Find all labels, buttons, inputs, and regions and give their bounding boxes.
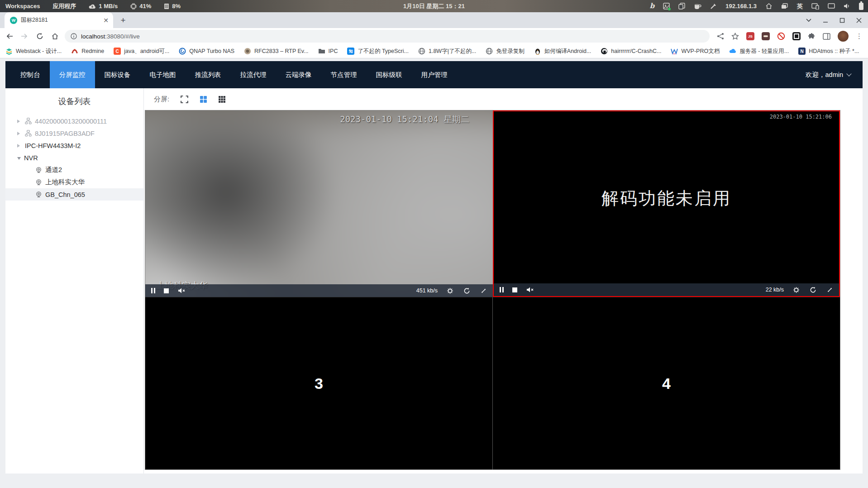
extension-mask-icon[interactable]	[762, 32, 770, 40]
bookmark-qnap[interactable]: QNAP Turbo NAS	[179, 48, 234, 55]
home-tray-icon[interactable]	[765, 3, 773, 10]
browser-menu-icon[interactable]: ⋮	[856, 32, 863, 40]
fullscreen-expand-icon[interactable]	[480, 287, 487, 294]
bookmarks-bar: Webstack - 设计... Redmine Cjava、android可.…	[0, 44, 868, 58]
bookmark-tux[interactable]: 如何编译Android...	[534, 48, 591, 55]
refresh-icon[interactable]	[463, 287, 470, 294]
bookmark-label: hairrrrrr/C-CrashC...	[611, 48, 661, 54]
bookmark-globe-2[interactable]: 免登录复制	[486, 48, 525, 55]
cell-number: 3	[145, 297, 492, 469]
side-panel-icon[interactable]	[823, 33, 830, 40]
nav-tab-map[interactable]: 电子地图	[140, 61, 186, 88]
nav-tab-push-list[interactable]: 推流列表	[186, 61, 231, 88]
nav-tab-console[interactable]: 控制台	[11, 61, 50, 88]
tree-channel-2[interactable]: 上地科实大华	[5, 176, 143, 188]
phonelink-icon[interactable]	[811, 3, 819, 10]
nav-tab-split-monitor[interactable]: 分屏监控	[50, 61, 95, 88]
video-cell-2-selected[interactable]: 2023-01-10 15:21:06 解码功能未启用 22 kb/s	[493, 110, 840, 297]
nav-tab-cloud-record[interactable]: 云端录像	[276, 61, 321, 88]
caret-expanded-icon[interactable]	[17, 157, 21, 160]
tab-close-icon[interactable]: ✕	[103, 17, 109, 24]
share-icon[interactable]	[717, 33, 724, 40]
bookmark-csdn[interactable]: Cjava、android可...	[114, 48, 169, 55]
extension-qr-icon[interactable]	[792, 32, 801, 40]
globe-icon	[418, 48, 425, 55]
new-tab-button[interactable]: +	[118, 15, 129, 26]
url-omnibox[interactable]: localhost:38080/#/live	[65, 30, 710, 43]
profile-avatar[interactable]	[838, 31, 849, 42]
tree-node-device-1[interactable]: 44020000013200000111	[5, 115, 143, 127]
bing-tray-icon[interactable]: b	[650, 3, 655, 10]
settings-gear-icon[interactable]	[793, 287, 800, 293]
nav-tab-gb-cascade[interactable]: 国标级联	[367, 61, 412, 88]
caret-collapsed-icon[interactable]	[17, 132, 22, 135]
extension-blocker-icon[interactable]	[777, 32, 785, 40]
window-close-button[interactable]	[856, 18, 862, 23]
video-cell-1[interactable]: 2023-01-10 15:21:04 星期二 上地科实大华 451 kb/s	[145, 110, 493, 297]
video-cell-4[interactable]: 4	[493, 297, 840, 469]
clock[interactable]: 1月10日 星期二 15：21	[403, 2, 465, 10]
tree-node-nvr[interactable]: NVR	[5, 152, 143, 164]
refresh-icon[interactable]	[810, 287, 816, 293]
clipboard-tray-icon[interactable]	[678, 3, 685, 10]
user-menu[interactable]: 欢迎，admin	[806, 71, 863, 79]
nav-tab-pull-proxy[interactable]: 拉流代理	[231, 61, 276, 88]
nav-tab-gb-devices[interactable]: 国标设备	[95, 61, 140, 88]
applications-button[interactable]: 应用程序	[52, 2, 76, 10]
bookmark-redmine[interactable]: Redmine	[71, 48, 104, 55]
extensions-puzzle-icon[interactable]	[808, 33, 816, 40]
grid-2x2-button[interactable]	[200, 96, 207, 103]
tree-channel-3-selected[interactable]: GB_Chn_065	[5, 188, 143, 201]
nav-tab-node-manage[interactable]: 节点管理	[321, 61, 367, 88]
caret-collapsed-icon[interactable]	[17, 144, 22, 148]
browser-tab[interactable]: W 国标28181 ✕	[5, 12, 113, 28]
bookmark-star-icon[interactable]	[731, 33, 739, 40]
pause-button[interactable]	[151, 288, 155, 293]
ip-address-indicator[interactable]: 192.168.1.3	[725, 3, 757, 10]
grid-3x3-button[interactable]	[218, 96, 226, 103]
stop-button[interactable]	[512, 287, 517, 292]
mute-icon[interactable]	[526, 287, 534, 293]
display-tray-icon[interactable]	[828, 3, 835, 9]
bookmark-globe-1[interactable]: 1.8W字|了不起的...	[418, 48, 476, 55]
volume-icon[interactable]	[844, 3, 850, 9]
workspaces-button[interactable]: Workspaces	[5, 3, 40, 10]
window-maximize-button[interactable]	[839, 18, 845, 23]
tree-channel-1[interactable]: 通道2	[5, 164, 143, 176]
battery-icon[interactable]	[859, 3, 863, 10]
bookmark-webstack[interactable]: Webstack - 设计...	[5, 48, 62, 55]
bookmark-zhihu[interactable]: 知了不起的 TypeScri...	[347, 48, 409, 55]
sitemap-icon	[25, 130, 32, 137]
bookmark-hdatmos[interactable]: NHDAtmos :: 种子 *...	[798, 48, 859, 55]
bookmark-wvp-docs[interactable]: WVP-PRO文档	[671, 48, 720, 55]
fullscreen-expand-icon[interactable]	[826, 287, 833, 293]
mute-icon[interactable]	[177, 287, 186, 294]
bookmark-folder-ipc[interactable]: IPC	[318, 48, 338, 55]
screwdriver-tray-icon[interactable]	[710, 3, 717, 10]
bookmark-rfc2833[interactable]: RFC2833 – RTP Ev...	[244, 48, 309, 55]
forward-button[interactable]	[21, 33, 29, 40]
reload-button[interactable]	[36, 33, 43, 40]
tree-node-device-2[interactable]: 8J01915PAGB3ADF	[5, 127, 143, 139]
ime-indicator[interactable]: 英	[797, 2, 803, 10]
bookmark-github[interactable]: hairrrrrr/C-CrashC...	[601, 48, 661, 55]
windows-stack-icon[interactable]	[781, 3, 788, 10]
window-minimize-button[interactable]	[823, 18, 828, 23]
stop-button[interactable]	[164, 288, 169, 293]
pause-button[interactable]	[500, 287, 504, 292]
home-button[interactable]	[51, 33, 59, 40]
site-info-icon[interactable]	[71, 33, 77, 39]
tab-search-icon[interactable]	[806, 19, 811, 22]
tree-node-device-3[interactable]: IPC-HFW4433M-I2	[5, 139, 143, 152]
single-screen-button[interactable]	[180, 95, 189, 104]
video-cell-3[interactable]: 3	[145, 297, 493, 469]
caret-collapsed-icon[interactable]	[17, 120, 22, 123]
redmine-favicon	[71, 48, 78, 55]
settings-gear-icon[interactable]	[447, 287, 453, 294]
coffee-tray-icon[interactable]	[694, 3, 701, 10]
bookmark-cloud-server[interactable]: 服务器 - 轻量应用...	[729, 48, 789, 55]
nav-tab-user-manage[interactable]: 用户管理	[412, 61, 457, 88]
extension-js-icon[interactable]: JS	[746, 32, 754, 40]
app-indicator-icon[interactable]	[663, 3, 670, 10]
back-button[interactable]	[5, 33, 13, 40]
